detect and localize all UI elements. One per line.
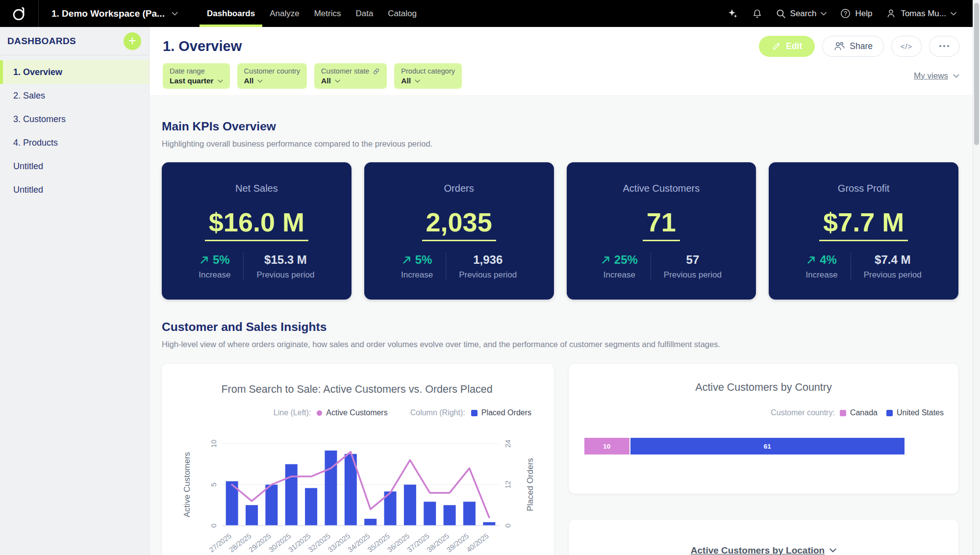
series-name: Canada xyxy=(850,408,878,417)
dashboard-canvas: Main KPIs Overview Highlighting overall … xyxy=(150,96,980,555)
x-tick-label: 29/2025 xyxy=(248,532,273,554)
search-icon xyxy=(776,9,786,19)
kpi-previous: $7.4 MPrevious period xyxy=(851,253,934,280)
x-tick-label: 36/2025 xyxy=(386,532,411,554)
kpi-value: 2,035 xyxy=(422,209,496,241)
bar-segment-united-states[interactable]: 61 xyxy=(630,438,905,454)
x-tick-label: 27/2025 xyxy=(208,532,233,554)
kpi-change-label: Increase xyxy=(401,270,433,280)
combo-chart-legend: Line (Left): Active Customers Column (Ri… xyxy=(171,408,543,417)
more-options-button[interactable] xyxy=(929,36,959,57)
chevron-down-icon xyxy=(335,79,340,83)
column-38/2025[interactable] xyxy=(444,505,456,526)
tab-data[interactable]: Data xyxy=(348,0,380,27)
search-label: Search xyxy=(790,9,817,19)
kpi-card-gross-profit[interactable]: Gross Profit$7.7 M4%Increase$7.4 MPrevio… xyxy=(769,162,958,300)
chevron-down-icon xyxy=(172,12,178,16)
column-32/2025[interactable] xyxy=(325,451,337,526)
user-icon xyxy=(886,8,896,19)
sidebar-item-3-customers[interactable]: 3. Customers xyxy=(0,107,149,131)
my-views-label: My views xyxy=(914,71,948,81)
insights-section-title: Customer and Sales Insights xyxy=(162,320,958,334)
filter-label: Customer state xyxy=(321,67,380,75)
filter-label: Date range xyxy=(170,67,223,75)
top-navigation-bar: 1. Demo Workspace (Pa... DashboardsAnaly… xyxy=(0,0,980,27)
column-36/2025[interactable] xyxy=(404,485,416,526)
tab-dashboards[interactable]: Dashboards xyxy=(200,0,262,27)
share-people-icon xyxy=(833,41,845,51)
sidebar-item-2-sales[interactable]: 2. Sales xyxy=(0,84,149,107)
legend-item-active-customers[interactable]: Active Customers xyxy=(317,408,387,417)
kpi-title: Net Sales xyxy=(235,183,278,194)
notifications-button[interactable] xyxy=(752,8,762,19)
kpi-previous-value: 1,936 xyxy=(473,253,503,267)
filter-value: Last quarter xyxy=(170,76,223,85)
combo-chart-card: From Search to Sale: Active Customers vs… xyxy=(162,364,554,555)
legend-item-united-states[interactable]: United States xyxy=(886,408,944,417)
chevron-down-icon xyxy=(951,12,956,16)
column-39/2025[interactable] xyxy=(463,502,476,526)
sidebar-item-untitled-5[interactable]: Untitled xyxy=(0,178,149,202)
kpi-previous-label: Previous period xyxy=(459,270,517,280)
bell-icon xyxy=(752,8,762,19)
gooddata-logo-icon xyxy=(11,5,27,22)
add-dashboard-button[interactable]: + xyxy=(124,32,141,50)
legend-item-canada[interactable]: Canada xyxy=(840,408,878,417)
tab-catalog[interactable]: Catalog xyxy=(380,0,424,27)
column-34/2025[interactable] xyxy=(364,519,377,526)
legend-item-placed-orders[interactable]: Placed Orders xyxy=(471,408,531,417)
sidebar-item-4-products[interactable]: 4. Products xyxy=(0,131,149,154)
column-28/2025[interactable] xyxy=(246,505,258,526)
kpi-previous-label: Previous period xyxy=(256,270,314,280)
filter-value: All xyxy=(401,76,455,85)
scrollbar-thumb[interactable] xyxy=(974,3,979,145)
help-button[interactable]: ? Help xyxy=(840,8,872,19)
increase-arrow-icon xyxy=(200,255,209,265)
filter-chip-product-category[interactable]: Product categoryAll xyxy=(394,63,462,89)
share-button[interactable]: Share xyxy=(822,36,884,57)
edit-button[interactable]: Edit xyxy=(759,36,815,57)
column-37/2025[interactable] xyxy=(424,502,436,526)
bar-data-label: 10 xyxy=(603,443,610,450)
filter-chip-customer-country[interactable]: Customer countryAll xyxy=(237,63,307,89)
tab-analyze[interactable]: Analyze xyxy=(262,0,306,27)
kpi-value: $16.0 M xyxy=(205,209,308,241)
location-drill-select[interactable]: Active Customers by Location xyxy=(691,545,836,555)
embed-code-button[interactable]: </> xyxy=(891,36,922,57)
x-tick-label: 28/2025 xyxy=(227,532,252,554)
workspace-name: 1. Demo Workspace (Pa... xyxy=(51,8,165,19)
filter-chip-date-range[interactable]: Date rangeLast quarter xyxy=(163,63,230,89)
app-logo[interactable] xyxy=(0,0,39,27)
kpi-card-orders[interactable]: Orders2,0355%Increase1,936Previous perio… xyxy=(364,162,554,300)
legend-label: Customer country: xyxy=(771,408,835,417)
column-31/2025[interactable] xyxy=(305,488,317,526)
kpi-card-active-customers[interactable]: Active Customers7125%Increase57Previous … xyxy=(567,162,756,300)
sidebar-item-1-overview[interactable]: 1. Overview xyxy=(0,60,149,84)
kpi-change-label: Increase xyxy=(199,270,230,280)
my-views-dropdown[interactable]: My views xyxy=(914,71,959,81)
nav-tabs: DashboardsAnalyzeMetricsDataCatalog xyxy=(200,0,424,27)
column-30/2025[interactable] xyxy=(285,464,298,526)
ai-assistant-button[interactable] xyxy=(727,8,738,20)
kpi-card-net-sales[interactable]: Net Sales$16.0 M5%Increase$15.3 MPreviou… xyxy=(162,162,352,300)
kpi-previous-value: $15.3 M xyxy=(264,253,307,267)
bar-segment-canada[interactable]: 10 xyxy=(584,438,629,454)
kpi-previous: $15.3 MPrevious period xyxy=(243,253,327,280)
filter-chip-customer-state[interactable]: Customer stateAll xyxy=(314,63,387,89)
search-button[interactable]: Search xyxy=(776,9,827,19)
workspace-selector[interactable]: 1. Demo Workspace (Pa... xyxy=(39,0,191,27)
left-axis-tick: 10 xyxy=(209,440,218,448)
svg-text:?: ? xyxy=(844,10,848,17)
kpi-title: Active Customers xyxy=(623,183,700,194)
country-chart-legend: Customer country: CanadaUnited States xyxy=(583,408,944,417)
tab-metrics[interactable]: Metrics xyxy=(307,0,349,27)
filter-value: All xyxy=(244,76,300,85)
column-29/2025[interactable] xyxy=(265,485,277,526)
column-40/2025[interactable] xyxy=(483,522,495,526)
sparkle-icon xyxy=(727,8,738,20)
sidebar-item-untitled-4[interactable]: Untitled xyxy=(0,154,149,178)
kpi-comparison: 4%Increase$7.4 MPrevious period xyxy=(793,253,934,280)
kpi-previous: 1,936Previous period xyxy=(446,253,529,280)
x-tick-label: 38/2025 xyxy=(426,532,451,554)
account-menu[interactable]: Tomas Mu... xyxy=(886,8,956,19)
